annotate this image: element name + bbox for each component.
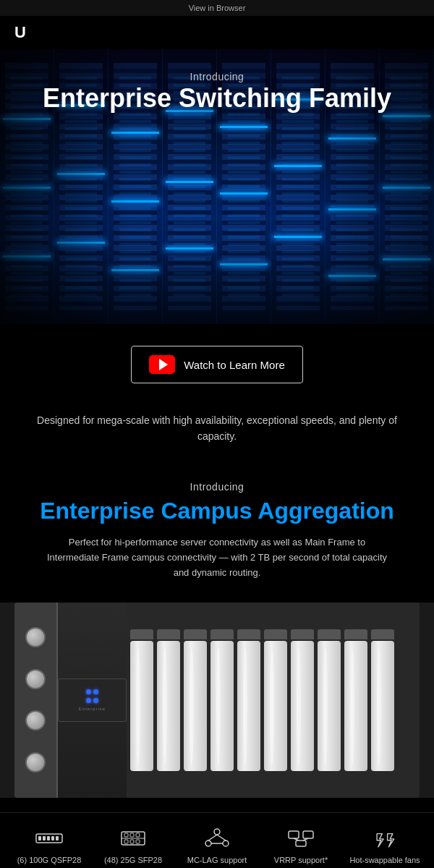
led-2 <box>93 689 98 694</box>
ports-25g-icon <box>119 827 148 849</box>
cable-6 <box>264 629 287 771</box>
led-group-2 <box>86 698 98 703</box>
cable-body-7 <box>291 641 314 771</box>
cable-plug-5 <box>237 629 260 639</box>
feature-hotswap: Hot-swappable fans & PSUs <box>349 827 421 868</box>
rack-left-panel <box>14 603 58 798</box>
hotswap-icon <box>370 827 399 849</box>
vrrp-icon <box>286 827 315 849</box>
youtube-icon <box>149 355 175 374</box>
svg-rect-2 <box>43 836 46 841</box>
svg-rect-1 <box>38 836 41 841</box>
svg-rect-5 <box>56 836 59 841</box>
svg-rect-13 <box>136 840 140 843</box>
cable-body-5 <box>237 641 260 771</box>
svg-point-14 <box>214 829 220 835</box>
svg-rect-21 <box>303 831 313 838</box>
view-in-browser-label[interactable]: View in Browser <box>189 4 246 12</box>
cable-8 <box>318 629 341 771</box>
cable-body-10 <box>371 641 394 771</box>
svg-line-18 <box>217 835 226 841</box>
ports-100g-icon <box>35 827 64 849</box>
campus-title: Enterprise Campus Aggregation <box>29 497 405 524</box>
knob-2 <box>25 669 46 689</box>
cable-body-9 <box>344 641 367 771</box>
cable-2 <box>157 629 180 771</box>
svg-rect-3 <box>47 836 50 841</box>
cable-1 <box>130 629 153 771</box>
svg-rect-8 <box>124 833 128 837</box>
cable-plug-3 <box>184 629 207 639</box>
feature-mclag-label: MC-LAG support <box>187 855 247 866</box>
cable-body-2 <box>157 641 180 771</box>
cable-plug-2 <box>157 629 180 639</box>
watch-button[interactable]: Watch to Learn More <box>131 346 303 383</box>
cable-3 <box>184 629 207 771</box>
hero-section: Introducing Enterprise Switching Family <box>0 49 434 324</box>
features-row: (6) 100G QSFP28 ports (48) 25G SFP28 por… <box>0 812 434 868</box>
feature-vrrp-label: VRRP support* <box>274 855 328 866</box>
svg-rect-10 <box>136 833 140 837</box>
cable-5 <box>237 629 260 771</box>
cable-body-3 <box>184 641 207 771</box>
hero-title: Enterprise Switching Family <box>0 82 434 114</box>
watch-section: Watch to Learn More <box>0 324 434 405</box>
svg-line-17 <box>208 835 217 841</box>
led-4 <box>93 698 98 703</box>
mclag-icon <box>203 827 231 849</box>
campus-introducing-label: Introducing <box>29 481 405 493</box>
header: U <box>0 16 434 49</box>
knob-4 <box>25 752 46 773</box>
hero-text: Introducing Enterprise Switching Family <box>0 71 434 114</box>
feature-100g-label: (6) 100G QSFP28 ports <box>13 855 85 868</box>
hero-introducing-label: Introducing <box>0 71 434 82</box>
feature-25g-label: (48) 25G SFP28 ports <box>97 855 169 868</box>
svg-rect-20 <box>289 831 299 838</box>
cable-10 <box>371 629 394 771</box>
feature-mclag: MC-LAG support <box>181 827 253 866</box>
cable-plug-6 <box>264 629 287 639</box>
led-group-1 <box>86 689 98 694</box>
youtube-play-icon <box>159 359 168 370</box>
cable-7 <box>291 629 314 771</box>
svg-rect-9 <box>130 833 134 837</box>
cable-plug-9 <box>344 629 367 639</box>
product-image: Enterprise <box>0 603 434 798</box>
cable-plug-10 <box>371 629 394 639</box>
svg-rect-11 <box>124 840 128 843</box>
feature-25g: (48) 25G SFP28 ports <box>97 827 169 868</box>
led-3 <box>86 698 91 703</box>
cable-plug-7 <box>291 629 314 639</box>
cable-plug-8 <box>318 629 341 639</box>
knob-3 <box>25 710 46 731</box>
cable-4 <box>210 629 234 771</box>
feature-100g: (6) 100G QSFP28 ports <box>13 827 85 868</box>
watch-button-label: Watch to Learn More <box>184 359 285 371</box>
enterprise-label: Enterprise <box>79 707 106 711</box>
cable-body-8 <box>318 641 341 771</box>
feature-hotswap-label: Hot-swappable fans & PSUs <box>349 855 421 868</box>
svg-point-16 <box>223 841 229 846</box>
svg-rect-22 <box>296 841 306 846</box>
cable-body-1 <box>130 641 153 771</box>
svg-rect-4 <box>51 836 54 841</box>
switch-chassis-visual: Enterprise <box>14 603 420 798</box>
feature-vrrp: VRRP support* <box>265 827 337 866</box>
cables-area <box>127 603 420 798</box>
cable-plug-4 <box>210 629 234 639</box>
floor-overlay <box>0 242 434 324</box>
cable-body-6 <box>264 641 287 771</box>
description-text: Designed for mega-scale with high availa… <box>0 405 434 467</box>
ubiquiti-logo: U <box>14 23 26 42</box>
cable-plug-1 <box>130 629 153 639</box>
front-panel: Enterprise <box>58 678 127 722</box>
svg-point-15 <box>205 841 211 846</box>
led-1 <box>86 689 91 694</box>
svg-rect-12 <box>130 840 134 843</box>
top-bar: View in Browser <box>0 0 434 16</box>
cable-9 <box>344 629 367 771</box>
knob-1 <box>25 627 46 647</box>
cable-body-4 <box>210 641 234 771</box>
campus-description: Perfect for hi-performance server connec… <box>43 535 391 580</box>
campus-section: Introducing Enterprise Campus Aggregatio… <box>0 467 434 588</box>
